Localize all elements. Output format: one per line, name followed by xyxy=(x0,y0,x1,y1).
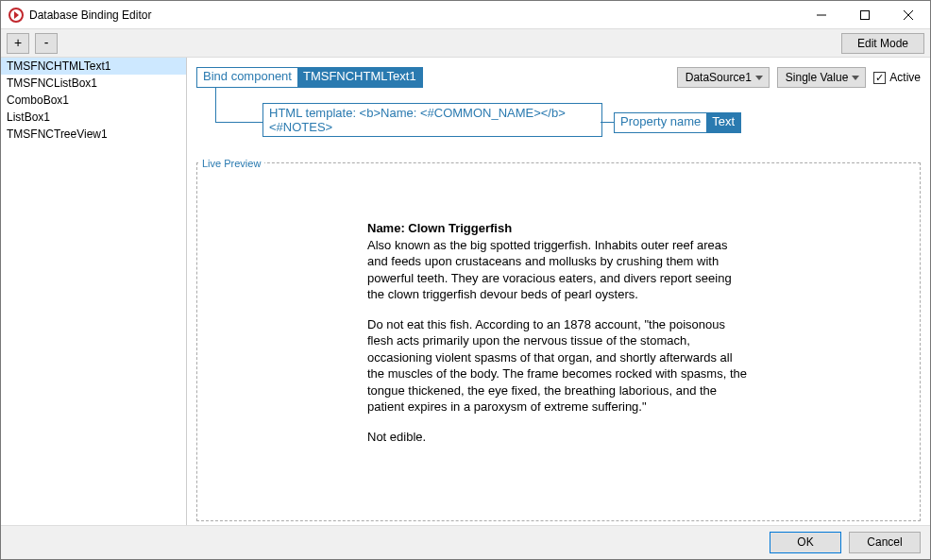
list-item[interactable]: TMSFNCListBox1 xyxy=(1,75,186,92)
svg-rect-1 xyxy=(861,10,870,19)
property-value: Text xyxy=(706,113,740,132)
property-label: Property name xyxy=(615,113,706,132)
connector-line xyxy=(601,122,614,123)
preview-text: Also known as the big spotted triggerfis… xyxy=(367,238,732,302)
binding-diagram: HTML template: <b>Name: <#COMMON_NAME></… xyxy=(196,93,921,150)
datasource-select[interactable]: DataSource1 xyxy=(677,67,770,88)
live-preview-box: Name: Clown Triggerfish Also known as th… xyxy=(196,162,921,521)
window-title: Database Binding Editor xyxy=(29,8,151,22)
html-template-box[interactable]: HTML template: <b>Name: <#COMMON_NAME></… xyxy=(262,103,602,137)
footer: OK Cancel xyxy=(1,525,930,559)
connector-line xyxy=(215,88,216,122)
connector-line xyxy=(215,122,262,123)
datasource-value: DataSource1 xyxy=(686,71,752,84)
binding-top-row: Bind component TMSFNCHTMLText1 DataSourc… xyxy=(196,67,921,88)
preview-text: Do not eat this fish. According to an 18… xyxy=(367,316,750,416)
cancel-button[interactable]: Cancel xyxy=(849,532,921,553)
mode-select[interactable]: Single Value xyxy=(777,67,867,88)
list-item[interactable]: ListBox1 xyxy=(1,109,186,126)
preview-text: Not edible. xyxy=(367,429,750,446)
remove-button[interactable]: - xyxy=(35,33,58,54)
main-area: TMSFNCHTMLText1 TMSFNCListBox1 ComboBox1… xyxy=(1,58,930,525)
property-box: Property name Text xyxy=(614,112,741,133)
toolbar: + - Edit Mode xyxy=(1,29,930,58)
edit-mode-button[interactable]: Edit Mode xyxy=(841,33,924,54)
content-area: Bind component TMSFNCHTMLText1 DataSourc… xyxy=(187,58,930,525)
close-button[interactable] xyxy=(887,1,930,29)
component-list[interactable]: TMSFNCHTMLText1 TMSFNCListBox1 ComboBox1… xyxy=(1,58,187,525)
bind-component-value: TMSFNCHTMLText1 xyxy=(297,68,422,87)
titlebar: Database Binding Editor xyxy=(1,1,930,29)
minimize-button[interactable] xyxy=(800,1,843,29)
bind-component-box: Bind component TMSFNCHTMLText1 xyxy=(196,67,423,88)
add-button[interactable]: + xyxy=(7,33,29,54)
bind-component-label: Bind component xyxy=(197,68,297,87)
maximize-button[interactable] xyxy=(843,1,887,29)
active-checkbox[interactable]: ✓ Active xyxy=(873,71,921,84)
checkbox-icon: ✓ xyxy=(873,72,886,84)
app-icon xyxy=(8,8,24,23)
mode-value: Single Value xyxy=(786,71,849,84)
active-label: Active xyxy=(889,71,921,84)
ok-button[interactable]: OK xyxy=(770,532,841,553)
list-item[interactable]: TMSFNCTreeView1 xyxy=(1,126,186,143)
preview-name-header: Name: Clown Triggerfish xyxy=(367,221,512,235)
list-item[interactable]: TMSFNCHTMLText1 xyxy=(1,58,186,75)
list-item[interactable]: ComboBox1 xyxy=(1,92,186,109)
